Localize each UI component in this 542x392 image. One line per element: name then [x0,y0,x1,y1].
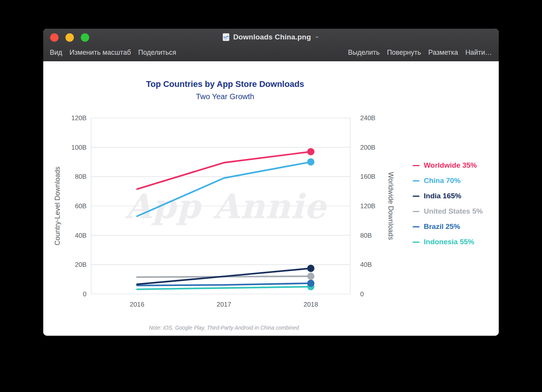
titlebar[interactable]: Downloads China.png ⌄ [43,29,499,46]
series-endpoint-dot [307,265,315,272]
toolbar: Вид Изменить масштаб Поделиться Выделить… [43,46,499,61]
legend-swatch [413,226,420,227]
legend-item: India 165% [413,188,483,204]
toolbar-left-group: Вид Изменить масштаб Поделиться [50,49,176,57]
x-axis-tick-label: 2017 [217,301,231,308]
toolbar-select-button[interactable]: Выделить [348,49,380,57]
title-group: Downloads China.png ⌄ [43,29,499,46]
series-endpoint-dot [307,148,315,155]
right-axis-tick-label: 200B [360,144,375,151]
right-axis-tick-label: 40B [360,261,372,268]
toolbar-zoom-button[interactable]: Изменить масштаб [70,49,131,57]
legend-label: Indonesia 55% [424,238,474,246]
preview-window: Downloads China.png ⌄ Вид Изменить масшт… [43,29,499,336]
toolbar-right-group: Выделить Повернуть Разметка Найти… [348,49,492,57]
chart-note: Note: iOS, Google Play, Third-Party Andr… [149,325,299,331]
left-axis-tick-label: 40B [75,232,87,239]
window-title: Downloads China.png [233,33,311,41]
desktop-background: Downloads China.png ⌄ Вид Изменить масшт… [0,0,542,392]
toolbar-rotate-button[interactable]: Повернуть [387,49,421,57]
legend-item: United States 5% [413,204,483,219]
legend-label: Worldwide 35% [424,161,477,170]
legend-label: India 165% [424,192,461,200]
legend-item: Brazil 25% [413,219,483,234]
legend-swatch [413,211,420,212]
legend-label: United States 5% [424,207,483,216]
legend-item: Indonesia 55% [413,234,483,250]
left-axis-tick-label: 80B [75,173,87,180]
legend-label: Brazil 25% [424,222,460,231]
legend-swatch [413,165,420,166]
series-endpoint-dot [307,280,315,287]
series-line [137,283,311,286]
chart-title: Top Countries by App Store Downloads [146,79,304,89]
right-axis-tick-label: 160B [360,173,375,180]
legend-item: China 70% [413,173,483,188]
chart-legend: Worldwide 35%China 70%India 165%United S… [413,158,483,250]
toolbar-search-button[interactable]: Найти… [465,49,492,57]
legend-swatch [413,180,420,181]
legend-swatch [413,196,420,197]
series-line [137,287,311,289]
watermark-text: App Annie [125,186,327,226]
chevron-down-icon[interactable]: ⌄ [314,34,319,38]
legend-item: Worldwide 35% [413,158,483,173]
left-axis-tick-label: 20B [75,261,87,268]
left-axis-title: Country-Level Downloads [54,167,62,245]
document-icon [222,33,230,41]
chart-subtitle: Two Year Growth [196,92,254,101]
series-endpoint-dot [307,273,315,280]
toolbar-markup-button[interactable]: Разметка [428,49,458,57]
x-axis-tick-label: 2016 [130,301,144,308]
right-axis-title: Worldwide Downloads [387,172,395,240]
right-axis-tick-label: 80B [360,232,372,239]
right-axis-tick-label: 120B [360,203,375,210]
legend-swatch [413,242,420,243]
x-axis-tick-label: 2018 [304,301,318,308]
left-axis-tick-label: 60B [75,203,87,210]
toolbar-view-button[interactable]: Вид [50,49,62,57]
left-axis-tick-label: 100B [71,144,87,151]
series-endpoint-dot [307,158,315,166]
left-axis-tick-label: 120B [71,114,87,122]
series-line [137,152,311,189]
window-header: Downloads China.png ⌄ Вид Изменить масшт… [43,29,499,61]
left-axis-tick-label: 0 [83,291,87,298]
toolbar-share-button[interactable]: Поделиться [138,49,176,57]
image-canvas: 0020B40B40B80B60B120B80B160B100B200B120B… [43,61,499,336]
legend-label: China 70% [424,176,460,185]
right-axis-tick-label: 0 [360,291,364,298]
right-axis-tick-label: 240B [360,114,375,122]
